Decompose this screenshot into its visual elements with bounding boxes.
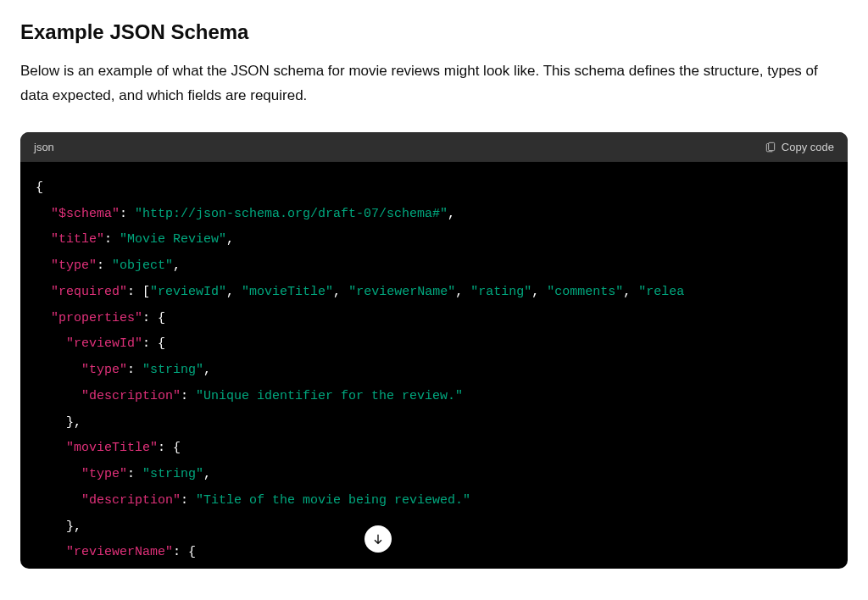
code-block: json Copy code { "$schema": "http://json… (20, 132, 848, 569)
section-description: Below is an example of what the JSON sch… (20, 59, 848, 108)
language-label: json (34, 141, 54, 153)
section-heading: Example JSON Schema (20, 20, 848, 44)
copy-code-button[interactable]: Copy code (765, 141, 834, 153)
code-header: json Copy code (20, 132, 848, 162)
code-content[interactable]: { "$schema": "http://json-schema.org/dra… (20, 162, 848, 569)
scroll-down-button[interactable] (364, 525, 392, 553)
copy-code-label: Copy code (782, 141, 834, 153)
svg-rect-0 (769, 143, 775, 151)
arrow-down-icon (371, 532, 385, 546)
clipboard-icon (765, 141, 776, 153)
